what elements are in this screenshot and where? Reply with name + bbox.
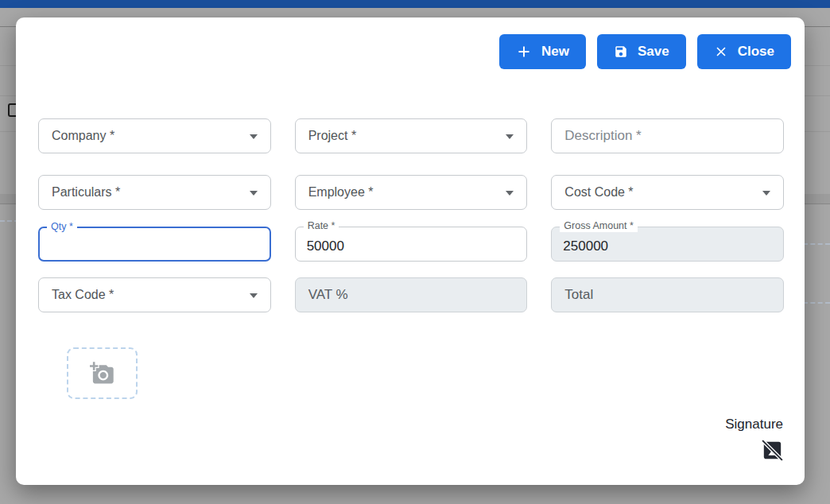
total-field-label: Total (564, 287, 593, 303)
tax-code-select[interactable]: Tax Code * (38, 277, 271, 312)
form-row-4: Tax Code * VAT % Total (38, 277, 784, 312)
form-row-3: Qty * Rate * Gross Amount * (38, 227, 784, 262)
entry-form-dialog: New Save Close Company * (16, 17, 805, 485)
gross-amount-label: Gross Amount * (560, 220, 638, 232)
employee-select-label: Employee * (308, 185, 374, 200)
dialog-toolbar: New Save Close (499, 34, 791, 69)
signature-section: Signature (725, 417, 783, 464)
new-button[interactable]: New (499, 34, 586, 69)
image-not-supported-icon[interactable] (762, 440, 783, 464)
company-select-label: Company * (52, 129, 114, 143)
form-row-2: Particulars * Employee * Cost Code * (38, 175, 784, 210)
description-input[interactable] (551, 118, 784, 153)
close-icon (714, 45, 728, 59)
dropdown-arrow-icon (506, 191, 514, 196)
close-button-label: Close (738, 44, 774, 60)
dropdown-arrow-icon (250, 191, 258, 196)
vat-field: VAT % (295, 277, 528, 312)
signature-label: Signature (725, 417, 783, 432)
top-bar (0, 0, 830, 8)
qty-input[interactable] (40, 228, 270, 260)
cost-code-select[interactable]: Cost Code * (551, 175, 784, 210)
employee-select[interactable]: Employee * (295, 175, 528, 210)
tax-code-select-label: Tax Code * (52, 288, 114, 302)
total-field: Total (551, 277, 784, 312)
dropdown-arrow-icon (250, 134, 258, 139)
particulars-select[interactable]: Particulars * (38, 175, 271, 210)
page: New Save Close Company * (0, 0, 830, 504)
company-select[interactable]: Company * (38, 118, 271, 153)
save-button[interactable]: Save (597, 34, 686, 69)
save-icon (614, 45, 628, 59)
qty-label: Qty * (47, 221, 77, 233)
project-select-label: Project * (308, 129, 356, 143)
plus-icon (516, 44, 532, 60)
gross-amount-input (552, 227, 783, 261)
photo-upload-button[interactable] (67, 347, 138, 399)
cost-code-select-label: Cost Code * (564, 185, 633, 200)
close-button[interactable]: Close (697, 34, 791, 69)
rate-field: Rate * (295, 227, 528, 262)
new-button-label: New (541, 44, 569, 60)
entry-form: Company * Project * Particulars * Employ… (38, 118, 784, 312)
gross-amount-field: Gross Amount * (551, 227, 784, 262)
dropdown-arrow-icon (250, 293, 258, 298)
add-photo-icon (90, 361, 114, 386)
rate-label: Rate * (304, 220, 339, 232)
form-row-1: Company * Project * (38, 118, 784, 153)
dropdown-arrow-icon (762, 191, 770, 196)
project-select[interactable]: Project * (295, 118, 528, 153)
dropdown-arrow-icon (506, 134, 514, 139)
particulars-select-label: Particulars * (52, 185, 120, 200)
vat-field-label: VAT % (308, 287, 348, 303)
save-button-label: Save (638, 44, 669, 60)
background-dashed-line (803, 243, 830, 245)
rate-input[interactable] (296, 227, 527, 261)
background-dashed-line (803, 302, 830, 304)
qty-field: Qty * (38, 227, 271, 262)
